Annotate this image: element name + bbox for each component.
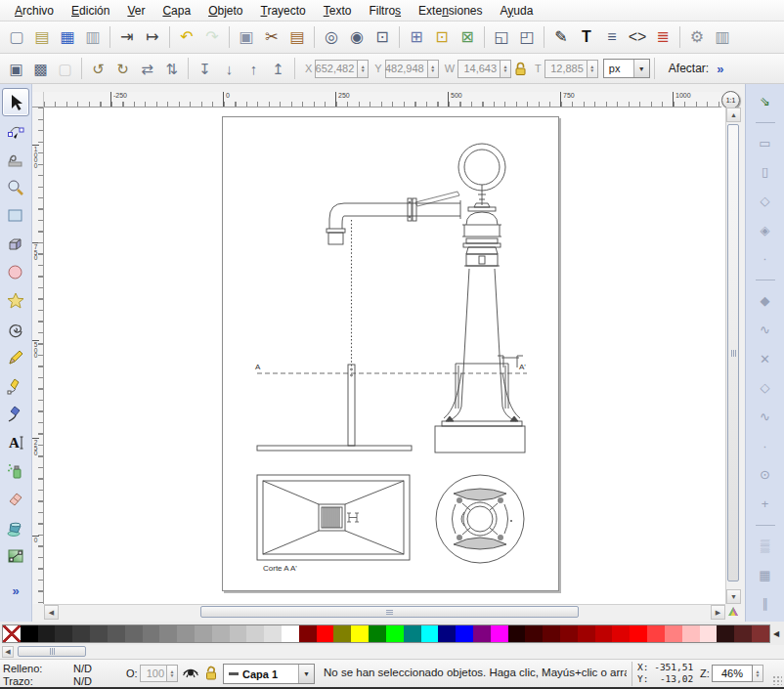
spray-tool[interactable] — [2, 456, 29, 485]
snap-bbox-midpoints-icon[interactable]: ◈ — [754, 219, 777, 241]
snap-guides-icon[interactable]: ∥ — [754, 592, 777, 615]
toolbar-more-chevron[interactable]: » — [717, 62, 723, 76]
calligraphy-tool[interactable] — [2, 400, 29, 428]
snap-midpoints-icon[interactable]: ∙ — [754, 435, 777, 457]
menu-capa[interactable]: Capa — [153, 1, 199, 21]
unit-select[interactable]: px▼ — [603, 59, 650, 78]
color-swatch[interactable] — [386, 625, 404, 642]
snap-object-centers-icon[interactable]: ⊙ — [754, 464, 777, 487]
color-swatch[interactable] — [717, 625, 734, 642]
preferences-icon[interactable]: ⚙ — [684, 24, 710, 50]
color-swatch[interactable] — [38, 625, 56, 642]
color-swatch[interactable] — [578, 625, 595, 642]
rotate-ccw-icon[interactable]: ↺ — [86, 57, 110, 80]
rotate-cw-icon[interactable]: ↻ — [110, 57, 135, 80]
node-tool[interactable] — [2, 116, 29, 145]
unlink-clone-icon[interactable]: ⊠ — [455, 24, 480, 50]
save-document-icon[interactable]: ▦ — [55, 24, 80, 50]
vertical-ruler[interactable]: 1 0 0 07 5 05 0 02 5 00 — [32, 108, 44, 604]
vertical-scrollbar[interactable]: ▲ ▼ — [725, 108, 740, 604]
bucket-tool[interactable] — [2, 513, 29, 541]
snap-path-intersections-icon[interactable]: ✕ — [754, 348, 777, 370]
color-swatch[interactable] — [612, 625, 630, 642]
color-swatch[interactable] — [72, 625, 90, 642]
star-tool[interactable] — [2, 286, 29, 315]
canvas[interactable]: A A' Corte A A' — [44, 108, 725, 604]
group-icon[interactable]: ◱ — [489, 24, 514, 50]
duplicate-icon[interactable]: ⊞ — [404, 24, 429, 50]
color-swatch[interactable] — [351, 625, 369, 642]
tweak-tool[interactable] — [2, 145, 29, 173]
vertical-scrollbar-thumb[interactable] — [727, 124, 739, 581]
color-swatch[interactable] — [595, 625, 613, 642]
horizontal-scrollbar[interactable]: ◀ ▶ — [44, 604, 725, 619]
color-swatch[interactable] — [125, 625, 143, 642]
snap-page-border-icon[interactable]: ▒ — [754, 535, 777, 557]
paste-icon[interactable]: ▤ — [284, 24, 310, 50]
color-swatch[interactable] — [560, 625, 578, 642]
snap-grid-icon[interactable]: ▦ — [754, 564, 777, 586]
y-field[interactable]: 482,948▲▼ — [385, 60, 439, 78]
palette-scroll-arrow-icon[interactable]: ◀ — [2, 646, 14, 658]
palette-scroll-left-icon[interactable]: ◀ — [770, 629, 782, 638]
lower-one-step-icon[interactable]: ↓ — [217, 57, 241, 80]
ungroup-icon[interactable]: ◰ — [514, 24, 540, 50]
lower-to-bottom-icon[interactable]: ↧ — [193, 57, 217, 80]
color-swatch[interactable] — [473, 625, 491, 642]
color-swatch[interactable] — [195, 625, 212, 642]
text-tool[interactable]: A — [2, 428, 29, 456]
scroll-right-icon[interactable]: ▶ — [711, 605, 725, 620]
height-field[interactable]: 12,885▲▼ — [544, 60, 598, 78]
layer-selector[interactable]: Capa 1 ▼ — [223, 664, 315, 684]
zoom-field[interactable]: 46%▲▼ — [712, 665, 763, 682]
gradient-tool[interactable] — [2, 541, 29, 570]
print-icon[interactable]: ▥ — [80, 24, 106, 50]
menu-texto[interactable]: Texto — [315, 1, 361, 21]
color-swatch[interactable] — [21, 625, 38, 642]
rectangle-tool[interactable] — [2, 201, 29, 230]
color-swatch[interactable] — [404, 625, 421, 642]
color-swatch[interactable] — [282, 625, 299, 642]
snap-cusp-nodes-icon[interactable]: ◇ — [754, 376, 777, 399]
menu-trayecto[interactable]: Trayecto — [252, 1, 315, 21]
color-swatch[interactable] — [230, 625, 247, 642]
zoom-drawing-icon[interactable]: ◉ — [344, 24, 370, 50]
chevron-down-icon[interactable]: ▼ — [298, 665, 314, 683]
color-swatch[interactable] — [246, 625, 264, 642]
lock-ratio-icon[interactable] — [511, 59, 529, 78]
deselect-icon[interactable]: ▢ — [53, 57, 77, 80]
pen-tool[interactable] — [2, 371, 29, 400]
box3d-tool[interactable] — [2, 230, 29, 258]
snap-rotation-centers-icon[interactable]: + — [754, 493, 777, 515]
opacity-field[interactable]: 100▲▼ — [140, 665, 178, 682]
eraser-tool[interactable] — [2, 485, 29, 513]
layer-lock-icon[interactable] — [204, 665, 218, 682]
color-swatch[interactable] — [143, 625, 160, 642]
undo-icon[interactable]: ↶ — [174, 24, 199, 50]
layers-dialog-icon[interactable]: ≡ — [599, 24, 625, 50]
open-document-icon[interactable]: ▤ — [29, 24, 55, 50]
color-swatch[interactable] — [508, 625, 526, 642]
scroll-left-icon[interactable]: ◀ — [44, 605, 59, 620]
palette-scrollbar[interactable]: ◀ — [0, 645, 784, 659]
snap-bbox-corners-icon[interactable]: ◇ — [754, 190, 777, 212]
snap-nodes-icon[interactable]: ◆ — [754, 289, 777, 312]
toolbox-more-chevron[interactable]: » — [12, 583, 19, 598]
align-dialog-icon[interactable]: ≣ — [650, 24, 675, 50]
color-swatch[interactable] — [700, 625, 718, 642]
color-swatch[interactable] — [55, 625, 72, 642]
color-management-toggle-icon[interactable] — [725, 604, 740, 619]
scroll-down-icon[interactable]: ▼ — [726, 589, 741, 604]
color-swatch[interactable] — [333, 625, 351, 642]
flip-horizontal-icon[interactable]: ⇄ — [135, 57, 159, 80]
color-swatch[interactable] — [264, 625, 282, 642]
export-icon[interactable]: ↦ — [140, 24, 165, 50]
color-swatch[interactable] — [682, 625, 700, 642]
spiral-tool[interactable] — [2, 315, 29, 343]
snap-smooth-nodes-icon[interactable]: ∿ — [754, 406, 777, 428]
menu-ayuda[interactable]: Ayuda — [492, 1, 543, 21]
color-swatch[interactable] — [456, 625, 473, 642]
snap-bounding-box-icon[interactable]: ▭ — [754, 132, 777, 154]
color-swatch[interactable] — [438, 625, 456, 642]
menu-objeto[interactable]: Objeto — [199, 1, 251, 21]
